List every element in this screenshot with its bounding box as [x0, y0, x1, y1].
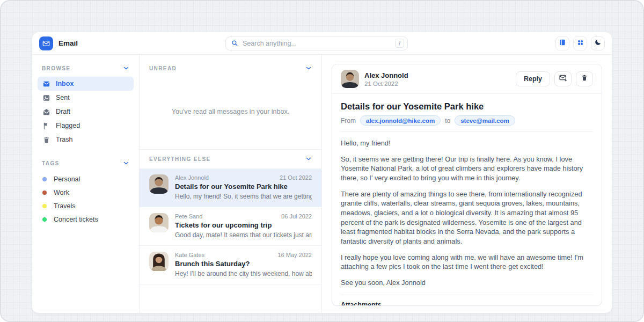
everything-else-collapse-chevron-down-icon[interactable] [305, 156, 312, 162]
email-app-window: Email / [32, 32, 612, 313]
tag-list: Personal Work Travels Concert ticke [32, 172, 139, 226]
tag-label: Travels [54, 202, 76, 210]
sidebar-item-sent[interactable]: Sent [38, 91, 134, 105]
email-list-item[interactable]: Alex Jonnold 21 Oct 2022 Details for our… [140, 169, 321, 207]
sidebar-item-trash[interactable]: Trash [38, 133, 134, 147]
email-subject: Details for our Yosemite Park hike [175, 182, 312, 191]
avatar [149, 213, 169, 232]
search-shortcut-badge: / [395, 39, 404, 48]
address-book-button[interactable] [555, 36, 569, 50]
tag-item-personal[interactable]: Personal [32, 172, 139, 186]
browse-section-header: BROWSE [32, 62, 139, 74]
email-summary: Kate Gates 16 May 2022 Brunch this Satur… [175, 252, 312, 277]
body-paragraph: There are plenty of amazing things to se… [341, 189, 593, 246]
email-preview: Hey! I'll be around the city this weeken… [175, 270, 312, 277]
inbox-icon [42, 80, 50, 88]
moon-icon [594, 39, 602, 48]
app-header: Email / [32, 32, 612, 55]
delete-button[interactable] [576, 71, 593, 86]
sidebar-item-label: Draft [56, 108, 70, 115]
search-bar: / [225, 36, 408, 50]
email-subject: Tickets for our upcoming trip [175, 221, 312, 229]
email-list-item[interactable]: Kate Gates 16 May 2022 Brunch this Satur… [140, 246, 321, 284]
tag-item-work[interactable]: Work [32, 186, 139, 199]
detail-content: Details for our Yosemite Park hike From … [332, 94, 602, 305]
tags-collapse-chevron-down-icon[interactable] [123, 160, 129, 166]
email-logo-icon [39, 36, 53, 50]
tags-label: TAGS [42, 160, 60, 166]
from-email-chip[interactable]: alex.jonnold@hike.com [360, 115, 441, 126]
sidebar-item-label: Flagged [56, 122, 80, 129]
detail-header: Alex Jonnold 21 Oct 2022 Reply [332, 64, 602, 94]
tag-color-dot [42, 217, 47, 222]
email-date: 06 Jul 2022 [281, 213, 312, 219]
reply-button[interactable]: Reply [516, 71, 550, 86]
avatar [149, 174, 169, 194]
email-sender: Kate Gates [175, 252, 204, 258]
header-actions [555, 36, 605, 50]
body-paragraph: I really hope you love coming along with… [341, 253, 593, 272]
dark-mode-button[interactable] [591, 36, 605, 50]
email-sender: Alex Jonnold [175, 174, 209, 181]
browse-label: BROWSE [42, 65, 70, 71]
detail-subject: Details for our Yosemite Park hike [341, 101, 593, 112]
tag-label: Work [54, 189, 69, 196]
email-list-item[interactable]: Pete Sand 06 Jul 2022 Tickets for our up… [140, 207, 321, 246]
body-paragraph: Hello, my friend! [341, 138, 593, 148]
email-subject: Brunch this Saturday? [175, 260, 312, 268]
tag-color-dot [42, 204, 47, 208]
sidebar-item-label: Trash [56, 136, 73, 143]
email-sender: Pete Sand [175, 213, 202, 219]
unread-empty-message: You've read all messages in your inbox. [140, 74, 321, 149]
tag-label: Concert tickets [54, 216, 98, 223]
tags-section-header: TAGS [32, 157, 139, 169]
grid-icon [577, 39, 584, 48]
trash-icon [42, 136, 50, 144]
search-input[interactable] [243, 40, 391, 47]
sidebar-item-label: Inbox [56, 80, 74, 87]
sidebar-item-label: Sent [56, 94, 70, 101]
header-center: / [78, 36, 555, 50]
from-label: From [341, 117, 356, 125]
desktop-background: Email / [0, 0, 644, 322]
flag-icon [42, 122, 50, 130]
email-detail-panel: Alex Jonnold 21 Oct 2022 Reply [322, 55, 612, 313]
email-preview: Good day, mate! It seems that our ticket… [175, 231, 312, 239]
browse-collapse-chevron-down-icon[interactable] [123, 65, 129, 71]
avatar [149, 252, 169, 271]
search-icon [231, 40, 238, 47]
folder-nav: Inbox Sent Draft [38, 77, 134, 147]
sidebar-item-draft[interactable]: Draft [38, 105, 134, 119]
body-paragraph: So, it seems we are getting there! Our t… [341, 155, 593, 183]
email-date: 16 May 2022 [277, 252, 312, 258]
unread-collapse-chevron-down-icon[interactable] [305, 65, 312, 71]
email-date: 21 Oct 2022 [280, 174, 312, 181]
email-summary: Pete Sand 06 Jul 2022 Tickets for our up… [175, 213, 312, 239]
tag-label: Personal [54, 175, 80, 183]
email-detail-card: Alex Jonnold 21 Oct 2022 Reply [332, 64, 602, 306]
apps-grid-button[interactable] [573, 36, 587, 50]
body-signature: See you soon, Alex Jonnold [341, 278, 593, 288]
tag-color-dot [42, 177, 47, 181]
avatar [341, 70, 359, 88]
everything-else-label: EVERYTHING ELSE [149, 156, 211, 162]
trash-icon [581, 74, 588, 84]
email-body: Hello, my friend! So, it seems we are ge… [341, 138, 593, 288]
sidebar: BROWSE Inbox [32, 55, 140, 313]
sidebar-item-flagged[interactable]: Flagged [38, 119, 134, 133]
to-email-chip[interactable]: steve@mail.com [455, 115, 515, 126]
tag-item-concert-tickets[interactable]: Concert tickets [32, 213, 139, 226]
tag-item-travels[interactable]: Travels [32, 199, 139, 213]
everything-else-section-header: EVERYTHING ELSE [140, 149, 321, 165]
from-to-line: From alex.jonnold@hike.com to steve@mail… [341, 115, 593, 132]
mail-forward-icon [559, 74, 567, 84]
app-body: BROWSE Inbox [32, 55, 612, 313]
attachments-divider [341, 295, 593, 295]
book-icon [559, 39, 566, 48]
sidebar-item-inbox[interactable]: Inbox [38, 77, 134, 91]
sent-icon [42, 94, 50, 102]
forward-button[interactable] [554, 71, 572, 86]
attachments-label: Attachments [341, 301, 593, 305]
unread-label: UNREAD [149, 65, 177, 71]
app-logo[interactable]: Email [39, 36, 78, 50]
